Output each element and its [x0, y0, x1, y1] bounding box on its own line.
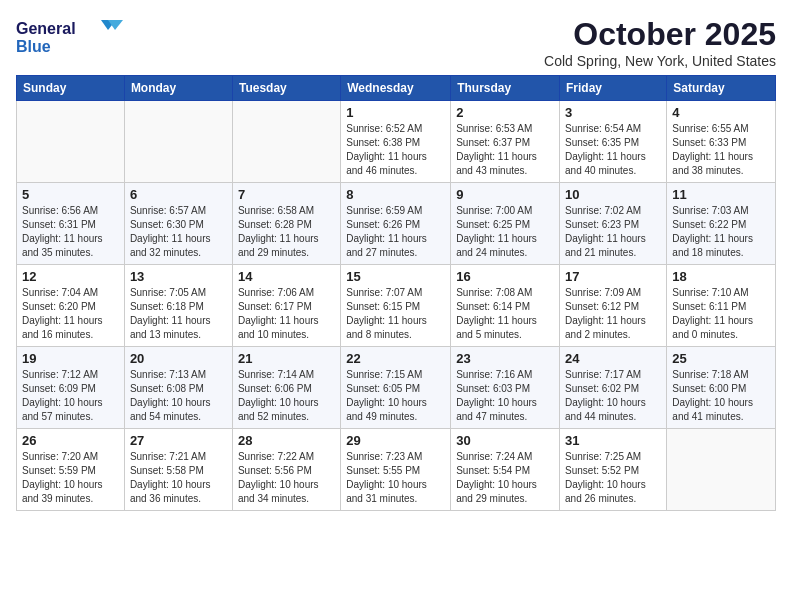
- day-number: 31: [565, 433, 661, 448]
- weekday-header-sunday: Sunday: [17, 76, 125, 101]
- day-info: Sunrise: 7:06 AM Sunset: 6:17 PM Dayligh…: [238, 286, 335, 342]
- calendar-week-2: 5Sunrise: 6:56 AM Sunset: 6:31 PM Daylig…: [17, 183, 776, 265]
- day-info: Sunrise: 7:14 AM Sunset: 6:06 PM Dayligh…: [238, 368, 335, 424]
- day-info: Sunrise: 7:07 AM Sunset: 6:15 PM Dayligh…: [346, 286, 445, 342]
- day-number: 22: [346, 351, 445, 366]
- day-info: Sunrise: 7:10 AM Sunset: 6:11 PM Dayligh…: [672, 286, 770, 342]
- weekday-header-tuesday: Tuesday: [232, 76, 340, 101]
- day-info: Sunrise: 6:52 AM Sunset: 6:38 PM Dayligh…: [346, 122, 445, 178]
- weekday-header-monday: Monday: [124, 76, 232, 101]
- day-info: Sunrise: 7:13 AM Sunset: 6:08 PM Dayligh…: [130, 368, 227, 424]
- day-number: 9: [456, 187, 554, 202]
- weekday-header-thursday: Thursday: [451, 76, 560, 101]
- day-number: 7: [238, 187, 335, 202]
- day-info: Sunrise: 7:21 AM Sunset: 5:58 PM Dayligh…: [130, 450, 227, 506]
- calendar-cell: 7Sunrise: 6:58 AM Sunset: 6:28 PM Daylig…: [232, 183, 340, 265]
- weekday-header-friday: Friday: [560, 76, 667, 101]
- calendar-week-5: 26Sunrise: 7:20 AM Sunset: 5:59 PM Dayli…: [17, 429, 776, 511]
- day-number: 15: [346, 269, 445, 284]
- day-number: 1: [346, 105, 445, 120]
- calendar-cell: 12Sunrise: 7:04 AM Sunset: 6:20 PM Dayli…: [17, 265, 125, 347]
- day-info: Sunrise: 6:54 AM Sunset: 6:35 PM Dayligh…: [565, 122, 661, 178]
- calendar-cell: [232, 101, 340, 183]
- day-number: 10: [565, 187, 661, 202]
- calendar-cell: 4Sunrise: 6:55 AM Sunset: 6:33 PM Daylig…: [667, 101, 776, 183]
- calendar-cell: 14Sunrise: 7:06 AM Sunset: 6:17 PM Dayli…: [232, 265, 340, 347]
- day-info: Sunrise: 6:57 AM Sunset: 6:30 PM Dayligh…: [130, 204, 227, 260]
- calendar-cell: 11Sunrise: 7:03 AM Sunset: 6:22 PM Dayli…: [667, 183, 776, 265]
- day-info: Sunrise: 7:09 AM Sunset: 6:12 PM Dayligh…: [565, 286, 661, 342]
- day-info: Sunrise: 7:23 AM Sunset: 5:55 PM Dayligh…: [346, 450, 445, 506]
- calendar-cell: 27Sunrise: 7:21 AM Sunset: 5:58 PM Dayli…: [124, 429, 232, 511]
- calendar-cell: 3Sunrise: 6:54 AM Sunset: 6:35 PM Daylig…: [560, 101, 667, 183]
- day-info: Sunrise: 7:15 AM Sunset: 6:05 PM Dayligh…: [346, 368, 445, 424]
- day-number: 30: [456, 433, 554, 448]
- svg-text:Blue: Blue: [16, 38, 51, 55]
- calendar-week-4: 19Sunrise: 7:12 AM Sunset: 6:09 PM Dayli…: [17, 347, 776, 429]
- calendar-cell: [667, 429, 776, 511]
- day-number: 5: [22, 187, 119, 202]
- day-number: 18: [672, 269, 770, 284]
- calendar-cell: 18Sunrise: 7:10 AM Sunset: 6:11 PM Dayli…: [667, 265, 776, 347]
- day-info: Sunrise: 7:12 AM Sunset: 6:09 PM Dayligh…: [22, 368, 119, 424]
- calendar-cell: 6Sunrise: 6:57 AM Sunset: 6:30 PM Daylig…: [124, 183, 232, 265]
- day-info: Sunrise: 7:02 AM Sunset: 6:23 PM Dayligh…: [565, 204, 661, 260]
- calendar-cell: 26Sunrise: 7:20 AM Sunset: 5:59 PM Dayli…: [17, 429, 125, 511]
- calendar-week-1: 1Sunrise: 6:52 AM Sunset: 6:38 PM Daylig…: [17, 101, 776, 183]
- day-info: Sunrise: 7:17 AM Sunset: 6:02 PM Dayligh…: [565, 368, 661, 424]
- day-info: Sunrise: 6:59 AM Sunset: 6:26 PM Dayligh…: [346, 204, 445, 260]
- calendar-cell: 24Sunrise: 7:17 AM Sunset: 6:02 PM Dayli…: [560, 347, 667, 429]
- calendar-cell: 10Sunrise: 7:02 AM Sunset: 6:23 PM Dayli…: [560, 183, 667, 265]
- calendar-cell: 15Sunrise: 7:07 AM Sunset: 6:15 PM Dayli…: [341, 265, 451, 347]
- calendar-cell: 22Sunrise: 7:15 AM Sunset: 6:05 PM Dayli…: [341, 347, 451, 429]
- calendar-cell: 19Sunrise: 7:12 AM Sunset: 6:09 PM Dayli…: [17, 347, 125, 429]
- day-number: 29: [346, 433, 445, 448]
- day-number: 24: [565, 351, 661, 366]
- svg-text:General: General: [16, 20, 76, 37]
- calendar-cell: 13Sunrise: 7:05 AM Sunset: 6:18 PM Dayli…: [124, 265, 232, 347]
- calendar-cell: 23Sunrise: 7:16 AM Sunset: 6:03 PM Dayli…: [451, 347, 560, 429]
- calendar-cell: 9Sunrise: 7:00 AM Sunset: 6:25 PM Daylig…: [451, 183, 560, 265]
- day-info: Sunrise: 6:53 AM Sunset: 6:37 PM Dayligh…: [456, 122, 554, 178]
- calendar-cell: 16Sunrise: 7:08 AM Sunset: 6:14 PM Dayli…: [451, 265, 560, 347]
- day-number: 14: [238, 269, 335, 284]
- calendar-table: SundayMondayTuesdayWednesdayThursdayFrid…: [16, 75, 776, 511]
- day-info: Sunrise: 7:08 AM Sunset: 6:14 PM Dayligh…: [456, 286, 554, 342]
- day-number: 2: [456, 105, 554, 120]
- day-number: 28: [238, 433, 335, 448]
- calendar-cell: 29Sunrise: 7:23 AM Sunset: 5:55 PM Dayli…: [341, 429, 451, 511]
- day-number: 17: [565, 269, 661, 284]
- calendar-cell: 25Sunrise: 7:18 AM Sunset: 6:00 PM Dayli…: [667, 347, 776, 429]
- location-title: Cold Spring, New York, United States: [544, 53, 776, 69]
- calendar-title-area: October 2025 Cold Spring, New York, Unit…: [544, 16, 776, 69]
- day-number: 20: [130, 351, 227, 366]
- weekday-header-saturday: Saturday: [667, 76, 776, 101]
- day-info: Sunrise: 7:03 AM Sunset: 6:22 PM Dayligh…: [672, 204, 770, 260]
- day-number: 6: [130, 187, 227, 202]
- calendar-cell: [124, 101, 232, 183]
- day-info: Sunrise: 7:25 AM Sunset: 5:52 PM Dayligh…: [565, 450, 661, 506]
- day-number: 25: [672, 351, 770, 366]
- day-number: 13: [130, 269, 227, 284]
- day-number: 4: [672, 105, 770, 120]
- calendar-cell: 17Sunrise: 7:09 AM Sunset: 6:12 PM Dayli…: [560, 265, 667, 347]
- calendar-cell: 2Sunrise: 6:53 AM Sunset: 6:37 PM Daylig…: [451, 101, 560, 183]
- calendar-cell: 20Sunrise: 7:13 AM Sunset: 6:08 PM Dayli…: [124, 347, 232, 429]
- day-number: 16: [456, 269, 554, 284]
- logo-text: General Blue: [16, 16, 126, 62]
- calendar-week-3: 12Sunrise: 7:04 AM Sunset: 6:20 PM Dayli…: [17, 265, 776, 347]
- calendar-cell: 5Sunrise: 6:56 AM Sunset: 6:31 PM Daylig…: [17, 183, 125, 265]
- day-info: Sunrise: 7:04 AM Sunset: 6:20 PM Dayligh…: [22, 286, 119, 342]
- calendar-cell: [17, 101, 125, 183]
- calendar-cell: 8Sunrise: 6:59 AM Sunset: 6:26 PM Daylig…: [341, 183, 451, 265]
- month-title: October 2025: [544, 16, 776, 53]
- day-info: Sunrise: 7:05 AM Sunset: 6:18 PM Dayligh…: [130, 286, 227, 342]
- calendar-cell: 30Sunrise: 7:24 AM Sunset: 5:54 PM Dayli…: [451, 429, 560, 511]
- day-number: 19: [22, 351, 119, 366]
- weekday-header-row: SundayMondayTuesdayWednesdayThursdayFrid…: [17, 76, 776, 101]
- day-number: 3: [565, 105, 661, 120]
- day-number: 12: [22, 269, 119, 284]
- calendar-cell: 31Sunrise: 7:25 AM Sunset: 5:52 PM Dayli…: [560, 429, 667, 511]
- day-info: Sunrise: 7:20 AM Sunset: 5:59 PM Dayligh…: [22, 450, 119, 506]
- day-number: 11: [672, 187, 770, 202]
